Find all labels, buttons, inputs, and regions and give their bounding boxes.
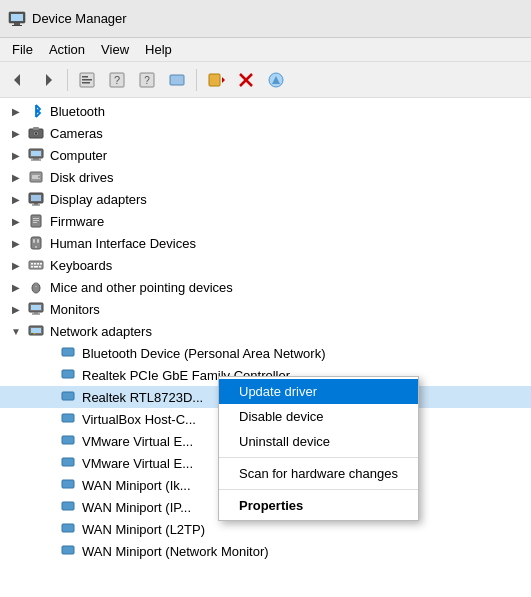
context-menu: Update driver Disable device Uninstall d…: [218, 376, 419, 521]
toolbar-btn-update-driver[interactable]: [262, 66, 290, 94]
icon-wan3: [59, 520, 77, 538]
toolbar-btn-remove[interactable]: [232, 66, 260, 94]
label-realtek-rtl: Realtek RTL8723D...: [82, 390, 203, 405]
expand-disk[interactable]: ▶: [8, 169, 24, 185]
label-computer: Computer: [50, 148, 107, 163]
tree-item-mice[interactable]: ▶ Mice and other pointing devices: [0, 276, 531, 298]
tree-item-computer[interactable]: ▶ Computer: [0, 144, 531, 166]
menu-view[interactable]: View: [93, 40, 137, 59]
svg-rect-33: [31, 195, 41, 201]
expand-monitors[interactable]: ▶: [8, 301, 24, 317]
svg-rect-34: [34, 203, 38, 205]
icon-computer: [27, 146, 45, 164]
tree-item-firmware[interactable]: ▶ Firmware: [0, 210, 531, 232]
svg-rect-39: [33, 222, 37, 223]
svg-marker-5: [46, 74, 52, 86]
svg-rect-2: [14, 23, 20, 25]
icon-cameras: [27, 124, 45, 142]
label-keyboards: Keyboards: [50, 258, 112, 273]
svg-rect-47: [37, 263, 39, 265]
svg-marker-16: [222, 77, 225, 83]
menu-help[interactable]: Help: [137, 40, 180, 59]
tree-item-cameras[interactable]: ▶ Cameras: [0, 122, 531, 144]
svg-rect-58: [32, 314, 40, 315]
tree-item-display[interactable]: ▶ Display adapters: [0, 188, 531, 210]
icon-hid: [27, 234, 45, 252]
icon-bluetooth: [27, 102, 45, 120]
context-menu-uninstall-device[interactable]: Uninstall device: [219, 429, 418, 454]
context-menu-properties[interactable]: Properties: [219, 493, 418, 518]
svg-point-62: [34, 333, 36, 335]
icon-vmware2: [59, 454, 77, 472]
tree-item-monitors[interactable]: ▶ Monitors: [0, 298, 531, 320]
menu-action[interactable]: Action: [41, 40, 93, 59]
svg-rect-37: [33, 218, 39, 219]
tree-item-bluetooth[interactable]: ▶ Bluetooth: [0, 100, 531, 122]
svg-rect-7: [82, 76, 88, 78]
svg-rect-45: [31, 263, 33, 265]
forward-button[interactable]: [34, 66, 62, 94]
label-firmware: Firmware: [50, 214, 104, 229]
svg-rect-66: [62, 414, 74, 422]
icon-disk: [27, 168, 45, 186]
svg-text:?: ?: [114, 74, 120, 86]
toolbar-btn-update[interactable]: ?: [103, 66, 131, 94]
context-menu-scan-hardware[interactable]: Scan for hardware changes: [219, 461, 418, 486]
label-bluetooth: Bluetooth: [50, 104, 105, 119]
toolbar-btn-properties2[interactable]: [163, 66, 191, 94]
tree-item-keyboards[interactable]: ▶ Keyboards: [0, 254, 531, 276]
svg-rect-42: [37, 239, 39, 243]
svg-rect-70: [62, 502, 74, 510]
svg-rect-24: [33, 127, 39, 130]
context-menu-update-driver[interactable]: Update driver: [219, 379, 418, 404]
tree-item-bt-device[interactable]: ▶ Bluetooth Device (Personal Area Networ…: [0, 342, 531, 364]
icon-display: [27, 190, 45, 208]
main-area: ▶ Bluetooth ▶ Cameras ▶: [0, 98, 531, 597]
svg-point-23: [35, 132, 37, 134]
toolbar-btn-properties[interactable]: [73, 66, 101, 94]
toolbar-btn-help[interactable]: ?: [133, 66, 161, 94]
svg-text:?: ?: [144, 75, 150, 86]
icon-bt-device: [59, 344, 77, 362]
tree-item-hid[interactable]: ▶ Human Interface Devices: [0, 232, 531, 254]
svg-rect-38: [33, 220, 39, 221]
back-button[interactable]: [4, 66, 32, 94]
title-bar-text: Device Manager: [32, 11, 127, 26]
label-hid: Human Interface Devices: [50, 236, 196, 251]
svg-rect-15: [209, 74, 220, 86]
label-virtualbox: VirtualBox Host-C...: [82, 412, 196, 427]
svg-rect-67: [62, 436, 74, 444]
tree-item-wan3[interactable]: ▶ WAN Miniport (L2TP): [0, 518, 531, 540]
svg-rect-26: [31, 151, 41, 156]
expand-display[interactable]: ▶: [8, 191, 24, 207]
expand-cameras[interactable]: ▶: [8, 125, 24, 141]
icon-wan1: [59, 476, 77, 494]
toolbar-sep-2: [196, 69, 197, 91]
icon-realtek-rtl: [59, 388, 77, 406]
label-wan1: WAN Miniport (Ik...: [82, 478, 191, 493]
expand-keyboards[interactable]: ▶: [8, 257, 24, 273]
label-wan3: WAN Miniport (L2TP): [82, 522, 205, 537]
toolbar-btn-scan[interactable]: [202, 66, 230, 94]
svg-rect-8: [82, 79, 92, 81]
expand-firmware[interactable]: ▶: [8, 213, 24, 229]
tree-item-wan4[interactable]: ▶ WAN Miniport (Network Monitor): [0, 540, 531, 562]
label-display: Display adapters: [50, 192, 147, 207]
expand-mice[interactable]: ▶: [8, 279, 24, 295]
tree-item-disk-drives[interactable]: ▶ Disk drives: [0, 166, 531, 188]
svg-rect-65: [62, 392, 74, 400]
expand-network[interactable]: ▼: [8, 323, 24, 339]
svg-point-61: [31, 333, 33, 335]
icon-virtualbox: [59, 410, 77, 428]
title-bar: Device Manager: [0, 0, 531, 38]
tree-item-network[interactable]: ▼ Network adapters: [0, 320, 531, 342]
expand-bluetooth[interactable]: ▶: [8, 103, 24, 119]
expand-computer[interactable]: ▶: [8, 147, 24, 163]
label-vmware2: VMware Virtual E...: [82, 456, 193, 471]
svg-rect-44: [29, 261, 43, 269]
menu-file[interactable]: File: [4, 40, 41, 59]
expand-hid[interactable]: ▶: [8, 235, 24, 251]
icon-monitors: [27, 300, 45, 318]
context-menu-disable-device[interactable]: Disable device: [219, 404, 418, 429]
icon-mice: [27, 278, 45, 296]
